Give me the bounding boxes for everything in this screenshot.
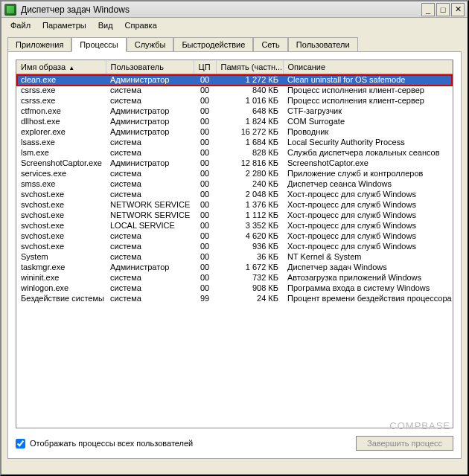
table-row[interactable]: ScreenshotCaptor.exeАдминистратор0012 81… <box>16 158 453 168</box>
table-row[interactable]: csrss.exeсистема001 016 КБПроцесс исполн… <box>16 95 453 106</box>
col-cpu[interactable]: ЦП <box>194 60 216 74</box>
minimize-button[interactable]: _ <box>421 3 435 16</box>
cell-cpu: 99 <box>194 293 216 303</box>
cell-cpu: 00 <box>194 158 216 168</box>
cell-cpu: 00 <box>194 106 216 116</box>
table-row[interactable]: smss.exeсистема00240 КБДиспетчер сеанса … <box>16 178 453 189</box>
col-user[interactable]: Пользователь <box>106 60 194 74</box>
table-row[interactable]: csrss.exeсистема00840 КБПроцесс исполнен… <box>16 85 453 95</box>
cell-cpu: 00 <box>194 210 216 220</box>
cell-user: система <box>106 168 194 178</box>
cell-mem: 12 816 КБ <box>216 158 283 168</box>
cell-user: система <box>106 272 194 283</box>
cell-cpu: 00 <box>194 95 216 106</box>
cell-user: система <box>106 137 194 147</box>
tab-processes[interactable]: Процессы <box>71 37 126 52</box>
cell-cpu: 00 <box>194 241 216 251</box>
cell-desc: Процент времени бездействия процессора <box>283 293 453 303</box>
table-row[interactable]: services.exeсистема002 280 КБПриложение … <box>16 168 453 178</box>
cell-cpu: 00 <box>194 137 216 147</box>
tab-performance[interactable]: Быстродействие <box>173 37 253 51</box>
cell-mem: 936 КБ <box>216 241 283 251</box>
menu-help[interactable]: Справка <box>119 19 163 31</box>
cell-desc: Программа входа в систему Windows <box>283 283 453 293</box>
cell-user: Администратор <box>106 158 194 168</box>
cell-mem: 732 КБ <box>216 272 283 283</box>
cell-desc: Приложение служб и контроллеров <box>283 168 453 178</box>
tab-network[interactable]: Сеть <box>253 37 287 51</box>
cell-user: Администратор <box>106 126 194 137</box>
cell-desc: Хост-процесс для служб Windows <box>283 220 453 231</box>
tabs: Приложения Процессы Службы Быстродействи… <box>7 37 462 51</box>
cell-name: csrss.exe <box>16 85 106 95</box>
table-row[interactable]: svchost.exeсистема002 048 КБХост-процесс… <box>16 189 453 199</box>
cell-desc: Процесс исполнения клиент-сервер <box>283 95 453 106</box>
cell-name: taskmgr.exe <box>16 262 106 272</box>
cell-name: wininit.exe <box>16 272 106 283</box>
close-button[interactable]: ✕ <box>451 3 465 16</box>
table-row[interactable]: Бездействие системысистема9924 КБПроцент… <box>16 293 453 303</box>
col-name[interactable]: Имя образа▲ <box>16 60 106 74</box>
table-row[interactable]: wininit.exeсистема00732 КБАвтозагрузка п… <box>16 272 453 283</box>
col-description[interactable]: Описание <box>283 60 453 74</box>
cell-cpu: 00 <box>194 231 216 241</box>
show-all-users-input[interactable] <box>16 439 25 448</box>
cell-mem: 240 КБ <box>216 178 283 189</box>
cell-cpu: 00 <box>194 199 216 210</box>
cell-desc: ScreenshotCaptor.exe <box>283 158 453 168</box>
app-icon <box>4 4 16 16</box>
cell-mem: 1 824 КБ <box>216 116 283 126</box>
menu-view[interactable]: Вид <box>92 19 119 31</box>
table-row[interactable]: svchost.exeNETWORK SERVICE001 376 КБХост… <box>16 199 453 210</box>
footer: Отображать процессы всех пользователей З… <box>8 436 461 458</box>
cell-mem: 1 672 КБ <box>216 262 283 272</box>
cell-mem: 1 376 КБ <box>216 199 283 210</box>
table-row[interactable]: taskmgr.exeАдминистратор001 672 КБДиспет… <box>16 262 453 272</box>
cell-mem: 1 684 КБ <box>216 137 283 147</box>
cell-name: csrss.exe <box>16 95 106 106</box>
table-row[interactable]: ctfmon.exeАдминистратор00648 КБCTF-загру… <box>16 106 453 116</box>
table-row[interactable]: winlogon.exeсистема00908 КБПрограмма вхо… <box>16 283 453 293</box>
process-table-wrap[interactable]: Имя образа▲ Пользователь ЦП Память (част… <box>16 60 453 428</box>
end-process-button[interactable]: Завершить процесс <box>356 436 453 451</box>
cell-desc: Автозагрузка приложений Windows <box>283 272 453 283</box>
cell-mem: 1 112 КБ <box>216 210 283 220</box>
table-row[interactable]: svchost.exeсистема004 620 КБХост-процесс… <box>16 231 453 241</box>
table-row[interactable]: svchost.exeсистема00936 КБХост-процесс д… <box>16 241 453 251</box>
cell-name: svchost.exe <box>16 189 106 199</box>
cell-mem: 648 КБ <box>216 106 283 116</box>
table-row[interactable]: svchost.exeLOCAL SERVICE003 352 КБХост-п… <box>16 220 453 231</box>
show-all-users-checkbox[interactable]: Отображать процессы всех пользователей <box>16 439 193 448</box>
cell-user: Администратор <box>106 106 194 116</box>
cell-cpu: 00 <box>194 74 216 86</box>
tab-services[interactable]: Службы <box>127 37 174 51</box>
cell-desc: Хост-процесс для служб Windows <box>283 189 453 199</box>
menu-options[interactable]: Параметры <box>36 19 92 31</box>
maximize-button[interactable]: □ <box>436 3 450 16</box>
cell-cpu: 00 <box>194 126 216 137</box>
tab-users[interactable]: Пользователи <box>288 37 358 51</box>
cell-mem: 36 КБ <box>216 251 283 262</box>
cell-desc: NT Kernel & System <box>283 251 453 262</box>
process-table: Имя образа▲ Пользователь ЦП Память (част… <box>16 60 453 303</box>
cell-name: ScreenshotCaptor.exe <box>16 158 106 168</box>
tab-applications[interactable]: Приложения <box>7 37 71 51</box>
cell-cpu: 00 <box>194 251 216 262</box>
table-row[interactable]: Systemсистема0036 КБNT Kernel & System <box>16 251 453 262</box>
cell-mem: 4 620 КБ <box>216 231 283 241</box>
cell-cpu: 00 <box>194 262 216 272</box>
table-row[interactable]: svchost.exeNETWORK SERVICE001 112 КБХост… <box>16 210 453 220</box>
menu-file[interactable]: Файл <box>4 19 36 31</box>
table-row[interactable]: dllhost.exeАдминистратор001 824 КБCOM Su… <box>16 116 453 126</box>
cell-user: система <box>106 293 194 303</box>
table-row[interactable]: clean.exeАдминистратор001 272 КБClean un… <box>16 74 453 86</box>
cell-desc: Диспетчер сеанса Windows <box>283 178 453 189</box>
table-row[interactable]: lsass.exeсистема001 684 КБLocal Security… <box>16 137 453 147</box>
table-row[interactable]: lsm.exeсистема00828 КБСлужба диспетчера … <box>16 147 453 158</box>
cell-user: система <box>106 95 194 106</box>
cell-cpu: 00 <box>194 168 216 178</box>
col-memory[interactable]: Память (частн... <box>216 60 283 74</box>
cell-name: svchost.exe <box>16 210 106 220</box>
table-row[interactable]: explorer.exeАдминистратор0016 272 КБПров… <box>16 126 453 137</box>
cell-name: Бездействие системы <box>16 293 106 303</box>
